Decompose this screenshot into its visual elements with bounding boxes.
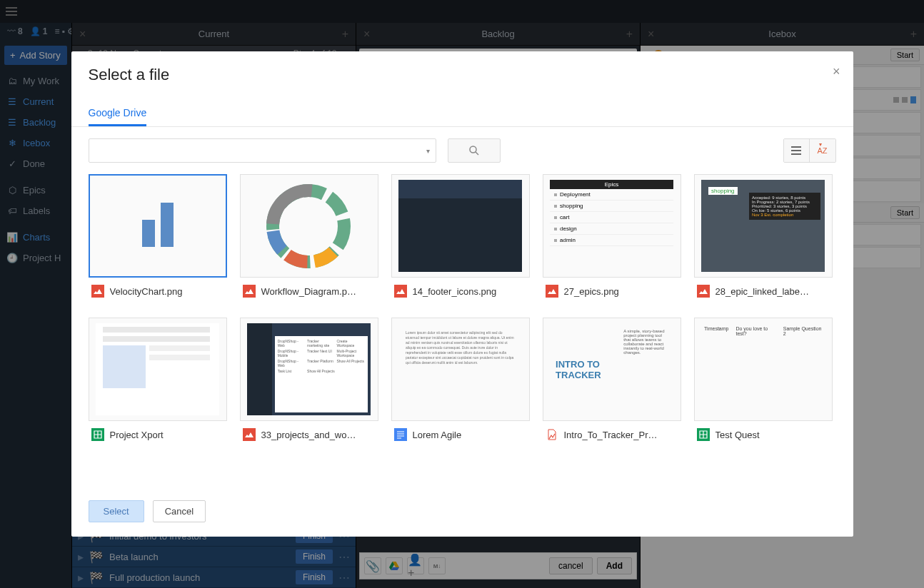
file-thumbnail: Timestamp Do you love to test? Sample Qu… <box>694 318 833 421</box>
file-name: 27_epics.png <box>564 286 619 297</box>
thumb-text: Deployment <box>560 191 591 198</box>
file-name: Workflow_Diagram.p… <box>261 286 356 297</box>
file-thumbnail: shopping Accepted: 9 stories, 8 points I… <box>694 174 833 278</box>
file-thumbnail <box>391 174 530 278</box>
svg-rect-10 <box>546 285 558 298</box>
file-name: Test Quest <box>715 430 760 440</box>
image-icon <box>697 285 710 298</box>
image-icon <box>394 285 407 298</box>
thumb-text: TRACKER <box>556 370 612 380</box>
thumb-text: Nov 3 Est. completion <box>752 213 818 217</box>
file-card[interactable]: VelocityChart.png <box>89 174 227 305</box>
svg-rect-16 <box>149 355 210 360</box>
select-button[interactable]: Select <box>89 500 144 522</box>
modal-title: Select a file <box>89 66 836 84</box>
thumb-text: Epics <box>550 180 673 189</box>
file-card[interactable]: INTRO TOTRACKER A simple, story-based pr… <box>543 318 681 448</box>
close-icon[interactable]: × <box>833 64 840 79</box>
svg-point-0 <box>470 146 476 153</box>
file-card[interactable]: Timestamp Do you love to test? Sample Qu… <box>694 318 833 448</box>
file-thumbnail: Lorem ipsum dolor sit amet consectetur a… <box>391 318 530 421</box>
svg-rect-9 <box>394 285 407 298</box>
tab-google-drive[interactable]: Google Drive <box>89 101 147 126</box>
files-grid: VelocityChart.png Workflow_Diagram.p… <box>71 174 853 486</box>
thumb-text: INTRO TO <box>556 359 612 370</box>
svg-rect-11 <box>697 285 710 298</box>
chevron-down-icon[interactable]: ▾ <box>426 147 430 155</box>
search-icon <box>468 145 480 156</box>
file-name: 28_epic_linked_labe… <box>715 286 810 297</box>
sort-az-icon: ▾AZ <box>817 146 827 155</box>
file-card[interactable]: Epics Deployment shopping cart design ad… <box>543 174 681 305</box>
file-thumbnail <box>240 174 378 278</box>
modal-header: Select a file × <box>71 51 853 84</box>
file-thumbnail <box>89 174 227 278</box>
svg-rect-14 <box>103 345 146 388</box>
image-icon <box>546 285 558 298</box>
image-icon <box>243 428 256 441</box>
file-name: 33_projects_and_wo… <box>261 430 356 440</box>
file-thumbnail: Epics Deployment shopping cart design ad… <box>543 174 681 278</box>
file-thumbnail <box>89 318 227 421</box>
thumb-text: design <box>560 225 577 232</box>
file-name: 14_footer_icons.png <box>413 286 497 297</box>
view-toggle: ▾AZ <box>783 138 836 163</box>
svg-rect-18 <box>243 428 256 441</box>
modal-actions: Select Cancel <box>71 486 853 537</box>
svg-rect-19 <box>394 428 407 441</box>
doc-icon <box>394 428 407 441</box>
file-card[interactable]: shopping Accepted: 9 stories, 8 points I… <box>694 174 833 305</box>
list-icon <box>791 146 801 155</box>
file-thumbnail: DropNShop - WebTracker marketing siteCre… <box>240 318 378 421</box>
search-button[interactable] <box>448 138 501 163</box>
thumb-text: Do you love to test? <box>735 326 775 412</box>
svg-rect-2 <box>91 285 104 298</box>
search-combo[interactable]: ▾ <box>89 138 436 163</box>
file-name: VelocityChart.png <box>110 286 183 297</box>
modal-tabs: Google Drive <box>71 101 853 127</box>
thumb-text: admin <box>560 237 576 243</box>
thumb-text: Sample Question 2 <box>783 326 822 412</box>
cancel-button[interactable]: Cancel <box>153 500 206 522</box>
file-name: Lorem Agile <box>413 430 462 440</box>
list-view-button[interactable] <box>784 139 810 162</box>
file-card[interactable]: Workflow_Diagram.p… <box>240 174 378 305</box>
svg-rect-12 <box>103 327 210 333</box>
thumb-text: A simple, story-based project planning t… <box>618 323 673 415</box>
file-picker-modal: Select a file × Google Drive ▾ ▾AZ <box>71 51 853 537</box>
sort-button[interactable]: ▾AZ <box>810 139 835 162</box>
modal-overlay: Select a file × Google Drive ▾ ▾AZ <box>0 0 924 588</box>
file-card[interactable]: Project Xport <box>89 318 227 448</box>
svg-rect-15 <box>149 345 210 351</box>
thumb-text: shopping <box>560 203 583 209</box>
pdf-icon <box>546 428 558 441</box>
file-thumbnail: INTRO TOTRACKER A simple, story-based pr… <box>543 318 681 421</box>
search-input[interactable] <box>89 146 436 156</box>
file-card[interactable]: DropNShop - WebTracker marketing siteCre… <box>240 318 378 448</box>
thumb-text: Timestamp <box>704 326 728 412</box>
svg-rect-8 <box>243 285 256 298</box>
file-card[interactable]: 14_footer_icons.png <box>391 174 530 305</box>
svg-rect-13 <box>103 336 210 342</box>
image-icon <box>91 285 104 298</box>
thumb-text: cart <box>560 214 569 220</box>
file-name: Intro_To_Tracker_Pr… <box>564 430 658 440</box>
file-card[interactable]: Lorem ipsum dolor sit amet consectetur a… <box>391 318 530 448</box>
svg-line-1 <box>476 152 478 155</box>
sheet-icon <box>91 428 104 441</box>
file-name: Project Xport <box>110 430 164 440</box>
image-icon <box>243 285 256 298</box>
modal-toolbar: ▾ ▾AZ <box>71 127 853 174</box>
sheet-icon <box>697 428 710 441</box>
thumb-text: shopping <box>708 187 737 195</box>
